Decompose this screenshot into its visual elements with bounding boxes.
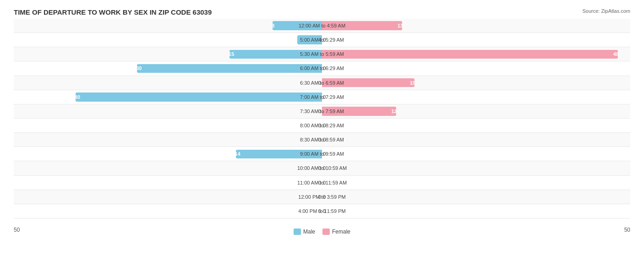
right-section: 0: [322, 133, 630, 147]
left-section: 0: [14, 76, 322, 90]
right-section: 12: [322, 104, 630, 118]
bar-row: 4 5:00 AM to 5:29 AM 0: [14, 33, 630, 47]
axis-left-label: 50: [14, 227, 20, 233]
right-section: 15: [322, 76, 630, 90]
chart-title: TIME OF DEPARTURE TO WORK BY SEX IN ZIP …: [14, 8, 630, 16]
legend-female-label: Female: [332, 228, 350, 235]
rows-container: 8 12:00 AM to 4:59 AM 13 4 5:00 AM to 5:…: [14, 19, 630, 218]
male-value: 14: [235, 151, 240, 157]
right-section: 0: [322, 61, 630, 75]
left-section: 0: [14, 161, 322, 175]
bar-row: 8 12:00 AM to 4:59 AM 13: [14, 19, 630, 33]
left-section: 0: [14, 133, 322, 147]
female-value: 0: [323, 194, 326, 200]
left-section: 14: [14, 147, 322, 161]
male-value: 0: [318, 137, 321, 142]
female-value: 12: [391, 109, 397, 114]
bar-row: 15 5:30 AM to 5:59 AM 48: [14, 47, 630, 61]
bar-row: 14 9:00 AM to 9:59 AM 0: [14, 147, 630, 161]
source-label: Source: ZipAtlas.com: [582, 8, 630, 14]
legend-male-label: Male: [303, 228, 315, 235]
female-value: 0: [323, 94, 326, 100]
right-section: 0: [322, 176, 630, 190]
chart-container: TIME OF DEPARTURE TO WORK BY SEX IN ZIP …: [0, 0, 644, 272]
left-section: 0: [14, 119, 322, 132]
bar-male: [137, 64, 322, 73]
male-value: 8: [272, 23, 274, 28]
female-value: 15: [410, 80, 415, 86]
axis-bottom: 50 Male Female 50: [14, 218, 630, 237]
bar-female: [322, 78, 415, 87]
male-value: 0: [318, 80, 321, 86]
female-value: 0: [323, 208, 326, 214]
bar-row: 40 7:00 AM to 7:29 AM 0: [14, 90, 630, 104]
female-value: 0: [323, 165, 326, 171]
axis-right-label: 50: [624, 227, 630, 233]
right-section: 0: [322, 147, 630, 161]
right-section: 0: [322, 161, 630, 175]
male-value: 0: [318, 165, 321, 171]
male-value: 0: [318, 109, 321, 114]
bar-male: [229, 50, 322, 59]
chart-area: 8 12:00 AM to 4:59 AM 13 4 5:00 AM to 5:…: [14, 19, 630, 237]
legend-female-box: [322, 228, 330, 235]
male-value: 40: [75, 94, 80, 100]
bar-row: 0 12:00 PM to 3:59 PM 0: [14, 190, 630, 204]
bar-female: [322, 21, 402, 30]
legend: Male Female: [294, 228, 350, 235]
bar-row: 0 8:30 AM to 8:59 AM 0: [14, 133, 630, 147]
right-section: 0: [322, 90, 630, 104]
right-section: 0: [322, 190, 630, 204]
female-value: 0: [323, 37, 326, 43]
bar-male: [76, 92, 322, 102]
male-value: 0: [318, 123, 321, 128]
bar-female: [322, 50, 618, 59]
male-value: 0: [318, 194, 321, 200]
legend-male: Male: [294, 228, 315, 235]
male-value: 4: [318, 37, 321, 43]
right-section: 48: [322, 47, 630, 61]
female-value: 13: [398, 23, 403, 28]
legend-male-box: [294, 228, 301, 235]
left-section: 0: [14, 204, 322, 218]
right-section: 0: [322, 119, 630, 132]
bar-row: 0 8:00 AM to 8:29 AM 0: [14, 119, 630, 133]
bar-female: [322, 107, 396, 116]
bar-row: 0 11:00 AM to 11:59 AM 0: [14, 176, 630, 190]
female-value: 0: [323, 123, 326, 128]
bar-row: 30 6:00 AM to 6:29 AM 0: [14, 61, 630, 76]
female-value: 48: [613, 51, 619, 57]
bar-row: 0 10:00 AM to 10:59 AM 0: [14, 161, 630, 175]
female-value: 0: [323, 180, 326, 185]
left-section: 4: [14, 33, 322, 47]
right-section: 0: [322, 33, 630, 47]
bar-row: 0 7:30 AM to 7:59 AM 12: [14, 104, 630, 119]
bar-male: [273, 21, 322, 30]
female-value: 0: [323, 151, 326, 157]
female-value: 0: [323, 65, 326, 71]
left-section: 40: [14, 90, 322, 104]
left-section: 0: [14, 104, 322, 118]
left-section: 0: [14, 176, 322, 190]
left-section: 8: [14, 19, 322, 33]
bar-row: 0 4:00 PM to 11:59 PM 0: [14, 204, 630, 218]
left-section: 15: [14, 47, 322, 61]
male-value: 0: [318, 208, 321, 214]
right-section: 0: [322, 204, 630, 218]
left-section: 30: [14, 61, 322, 75]
right-section: 13: [322, 19, 630, 33]
bar-male: [236, 150, 322, 159]
male-value: 0: [318, 180, 321, 185]
female-value: 0: [323, 137, 326, 142]
left-section: 0: [14, 190, 322, 204]
male-value: 30: [136, 65, 142, 71]
male-value: 15: [229, 51, 234, 57]
legend-female: Female: [322, 228, 350, 235]
bar-row: 0 6:30 AM to 6:59 AM 15: [14, 76, 630, 90]
